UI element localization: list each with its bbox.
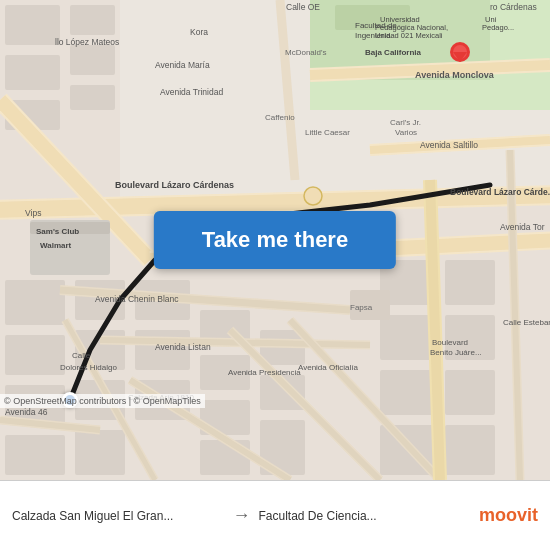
- svg-rect-8: [5, 5, 60, 45]
- svg-rect-33: [380, 315, 435, 360]
- svg-text:Avenida Chenin Blanc: Avenida Chenin Blanc: [95, 294, 179, 304]
- svg-text:llo López Mateos: llo López Mateos: [55, 37, 119, 47]
- svg-text:Boulevard Lázaro Cárde...: Boulevard Lázaro Cárde...: [450, 187, 550, 197]
- svg-rect-38: [445, 370, 495, 415]
- take-me-there-button[interactable]: Take me there: [154, 211, 396, 269]
- map-attribution: © OpenStreetMap contributors | © OpenMap…: [0, 394, 205, 408]
- svg-text:Boulevard Lázaro Cárdenas: Boulevard Lázaro Cárdenas: [115, 180, 234, 190]
- svg-rect-13: [70, 85, 115, 110]
- svg-rect-9: [5, 55, 60, 90]
- route-info: Calzada San Miguel El Gran... → Facultad…: [0, 505, 550, 526]
- svg-text:Baja California: Baja California: [365, 48, 422, 57]
- svg-text:Avenida Listan: Avenida Listan: [155, 342, 211, 352]
- moovit-brand-text: moovit: [479, 505, 538, 526]
- svg-rect-34: [380, 370, 435, 415]
- svg-text:Walmart: Walmart: [40, 241, 72, 250]
- svg-text:Avenida Presidencia: Avenida Presidencia: [228, 368, 301, 377]
- svg-rect-15: [5, 335, 65, 375]
- route-arrow-icon: →: [233, 505, 251, 526]
- svg-text:Avenida Trinidad: Avenida Trinidad: [160, 87, 223, 97]
- svg-rect-36: [445, 260, 495, 305]
- svg-text:Little Caesar: Little Caesar: [305, 128, 350, 137]
- button-overlay: Take me there: [154, 211, 396, 269]
- route-to-label: Facultad De Ciencia...: [259, 509, 472, 523]
- svg-rect-39: [445, 425, 495, 475]
- map-container: llo López Mateos Kora Avenida María Baja…: [0, 0, 550, 480]
- svg-text:Calle: Calle: [72, 351, 91, 360]
- svg-text:Avenida Oficialía: Avenida Oficialía: [298, 363, 358, 372]
- bottom-bar: Calzada San Miguel El Gran... → Facultad…: [0, 480, 550, 550]
- svg-text:Avenida 46: Avenida 46: [5, 407, 48, 417]
- svg-text:Vips: Vips: [25, 208, 41, 218]
- svg-rect-11: [70, 5, 115, 35]
- svg-rect-17: [5, 435, 65, 475]
- svg-text:Calle OE: Calle OE: [286, 2, 320, 12]
- svg-text:Benito Juáre...: Benito Juáre...: [430, 348, 482, 357]
- svg-text:Caffenio: Caffenio: [265, 113, 295, 122]
- svg-point-117: [304, 187, 322, 205]
- svg-text:ro Cárdenas: ro Cárdenas: [490, 2, 537, 12]
- svg-text:Sam's Club: Sam's Club: [36, 227, 79, 236]
- svg-text:Calle Esteban Cantu: Calle Esteban Cantu: [503, 318, 550, 327]
- svg-text:Avenida Tor: Avenida Tor: [500, 222, 545, 232]
- svg-text:Carl's Jr.: Carl's Jr.: [390, 118, 421, 127]
- svg-text:Varios: Varios: [395, 128, 417, 137]
- svg-text:Fapsa: Fapsa: [350, 303, 373, 312]
- svg-text:Dolores Hidalgo: Dolores Hidalgo: [60, 363, 117, 372]
- moovit-logo: moovit: [479, 505, 538, 526]
- svg-text:Boulevard: Boulevard: [432, 338, 468, 347]
- svg-text:Pedago...: Pedago...: [482, 23, 514, 32]
- svg-text:Unidad 021 Mexicali: Unidad 021 Mexicali: [375, 31, 443, 40]
- svg-text:McDonald's: McDonald's: [285, 48, 327, 57]
- svg-rect-12: [70, 45, 115, 75]
- svg-text:Avenida Saltillo: Avenida Saltillo: [420, 140, 478, 150]
- svg-text:Avenida María: Avenida María: [155, 60, 210, 70]
- svg-text:Kora: Kora: [190, 27, 208, 37]
- svg-rect-21: [75, 430, 125, 475]
- svg-text:Avenida Monclova: Avenida Monclova: [415, 70, 495, 80]
- route-from-label: Calzada San Miguel El Gran...: [12, 509, 225, 523]
- svg-rect-14: [5, 280, 65, 325]
